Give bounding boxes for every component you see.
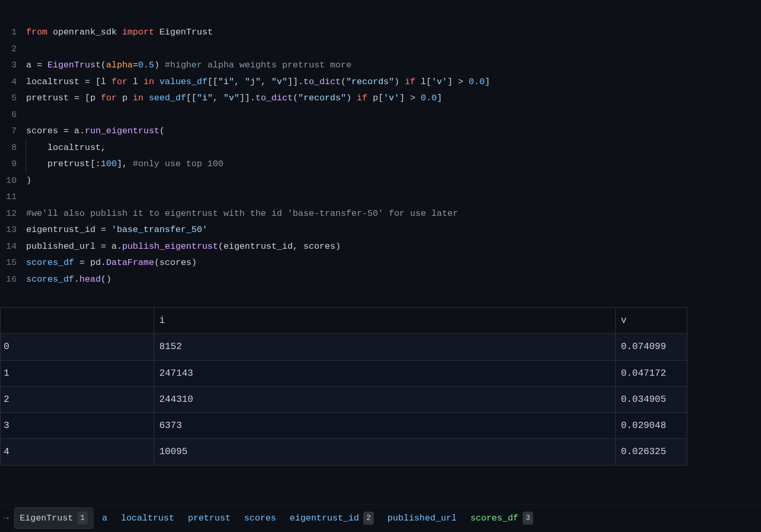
code-line[interactable]: pretrust = [p for p in seed_df[["i", "v"…	[26, 90, 761, 107]
variable-chip-eigentrust[interactable]: EigenTrust1	[14, 507, 94, 529]
header-v: v	[616, 308, 687, 334]
token-op: .	[74, 274, 79, 284]
token-var: EigenTrust	[154, 27, 213, 37]
token-op: ,	[213, 93, 223, 103]
indent-guide	[26, 156, 26, 172]
token-op: ]].	[287, 77, 304, 87]
token-op: )	[394, 77, 405, 87]
token-fn: to_dict	[304, 77, 341, 87]
token-op: (eigentrust_id, scores)	[218, 241, 341, 251]
code-line[interactable]: scores_df = pd.DataFrame(scores)	[26, 255, 761, 271]
token-num: 100	[101, 159, 117, 169]
token-var	[143, 93, 148, 103]
code-line[interactable]: from openrank_sdk import EigenTrust	[26, 24, 761, 41]
token-op: )	[346, 93, 356, 103]
token-str: "j"	[245, 77, 261, 87]
chip-badge: 1	[77, 512, 88, 525]
token-kw: from	[26, 27, 48, 37]
cell-idx: 1	[1, 360, 154, 386]
cell-idx: 4	[1, 439, 154, 465]
variable-chip-eigentrust_id[interactable]: eigentrust_id2	[284, 508, 379, 528]
code-line[interactable]: #we'll also publish it to eigentrust wit…	[26, 205, 761, 222]
code-content[interactable]: from openrank_sdk import EigenTrusta = E…	[26, 24, 761, 287]
token-op: >	[410, 93, 416, 103]
variable-chip-scores[interactable]: scores	[239, 508, 281, 528]
code-line[interactable]: pretrust[:100], #only use top 100	[26, 156, 761, 172]
token-op: (	[159, 126, 165, 136]
token-var: eigentrust_id	[26, 225, 101, 235]
token-kw: in	[143, 77, 154, 87]
code-editor[interactable]: 12345678910111213141516 from openrank_sd…	[0, 0, 761, 287]
chip-label: EigenTrust	[20, 510, 73, 526]
indent-guide	[26, 140, 26, 156]
code-line[interactable]: published_url = a.publish_eigentrust(eig…	[26, 238, 761, 255]
variable-chip-localtrust[interactable]: localtrust	[116, 508, 179, 528]
code-line[interactable]: eigentrust_id = 'base_transfer_50'	[26, 222, 761, 238]
code-line[interactable]: )	[26, 172, 761, 189]
token-var	[464, 77, 469, 87]
chip-badge: 2	[363, 512, 374, 525]
line-number: 3	[0, 57, 17, 74]
token-fn: EigenTrust	[48, 60, 101, 70]
token-cmt: #we'll also publish it to eigentrust wit…	[26, 209, 458, 218]
line-number: 10	[0, 172, 17, 189]
token-var: pretrust[:	[26, 159, 101, 169]
chip-label: a	[102, 510, 107, 526]
token-str: "records"	[346, 77, 394, 87]
code-line[interactable]	[26, 41, 761, 57]
token-op: =	[101, 241, 106, 251]
dataframe-output: i v 081520.07409912471430.04717222443100…	[0, 307, 687, 466]
token-op: =	[101, 225, 106, 235]
token-cmt: #higher alpha weights pretrust more	[165, 60, 351, 70]
token-var: openrank_sdk	[48, 27, 122, 37]
token-kw: for	[101, 93, 117, 103]
line-number: 12	[0, 205, 17, 222]
token-num: 0.0	[421, 93, 437, 103]
token-var	[416, 93, 421, 103]
variable-chip-a[interactable]: a	[97, 508, 112, 528]
token-num: 0.5	[138, 60, 154, 70]
token-op: ()	[101, 274, 111, 284]
code-line[interactable]	[26, 189, 761, 205]
cell-v: 0.029048	[616, 413, 687, 439]
token-fn: head	[79, 274, 101, 284]
token-var: ]	[447, 77, 458, 87]
code-line[interactable]: a = EigenTrust(alpha=0.5) #higher alpha …	[26, 57, 761, 74]
variable-chip-scores_df[interactable]: scores_df3	[465, 508, 538, 528]
code-line[interactable]	[26, 107, 761, 123]
chip-label: scores	[244, 510, 276, 526]
token-builtin: scores_df	[26, 258, 74, 268]
line-number: 16	[0, 271, 17, 288]
token-fn: run_eigentrust	[85, 126, 159, 136]
line-number: 14	[0, 238, 17, 255]
cell-v: 0.026325	[616, 439, 687, 465]
token-builtin: scores_df	[26, 274, 74, 284]
code-line[interactable]: scores = a.run_eigentrust(	[26, 123, 761, 140]
token-op: ]	[437, 93, 442, 103]
token-var: l[	[416, 77, 432, 87]
token-fn: publish_eigentrust	[122, 241, 218, 251]
output-table-wrap: i v 081520.07409912471430.04717222443100…	[0, 307, 687, 466]
token-var: p[	[367, 93, 384, 103]
code-line[interactable]: localtrust = [l for l in values_df[["i",…	[26, 74, 761, 90]
variable-chip-published_url[interactable]: published_url	[382, 508, 462, 528]
header-i: i	[154, 308, 615, 334]
token-var	[74, 258, 79, 268]
table-row: 363730.029048	[1, 413, 687, 439]
token-op: )	[154, 60, 165, 70]
cell-i: 6373	[154, 413, 615, 439]
token-cmt: #only use top 100	[133, 159, 223, 169]
token-var: a.	[69, 126, 85, 136]
code-line[interactable]: scores_df.head()	[26, 271, 761, 288]
variable-chip-pretrust[interactable]: pretrust	[182, 508, 236, 528]
cell-v: 0.034905	[616, 386, 687, 412]
line-number: 7	[0, 123, 17, 140]
token-kw: import	[122, 27, 154, 37]
token-var: p	[117, 93, 133, 103]
token-op: (scores)	[154, 258, 197, 268]
header-index	[1, 308, 154, 334]
token-str: "records"	[298, 93, 346, 103]
code-line[interactable]: localtrust,	[26, 140, 761, 156]
token-op: (	[101, 60, 106, 70]
token-op: =	[79, 258, 85, 268]
